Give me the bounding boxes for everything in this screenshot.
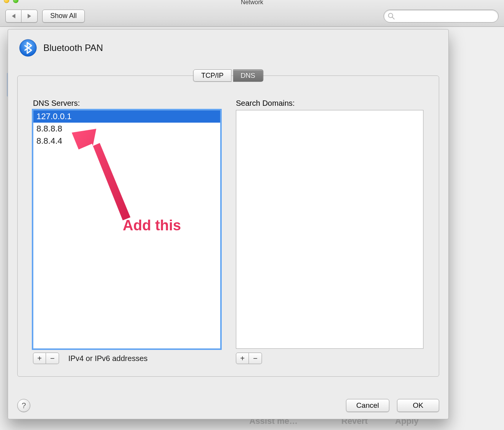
- dns-row[interactable]: 8.8.4.4: [33, 135, 220, 147]
- zoom-dot[interactable]: [13, 0, 18, 3]
- annotation-label: Add this: [123, 217, 181, 234]
- dns-plus-minus: + −: [33, 353, 59, 364]
- tab-bar: TCP/IP DNS: [193, 69, 264, 82]
- toolbar: Network Show All: [0, 0, 504, 27]
- traffic-lights: [4, 0, 18, 3]
- dns-add-button[interactable]: +: [33, 353, 46, 364]
- dns-row[interactable]: 8.8.8.8: [33, 123, 220, 135]
- search-icon: [388, 13, 395, 20]
- dns-servers-label: DNS Servers:: [33, 99, 221, 108]
- sheet-body: DNS Servers: 127.0.0.1 8.8.8.8 8.8.4.4 +…: [17, 75, 439, 377]
- chevron-right-icon: [28, 14, 31, 18]
- search-input[interactable]: [397, 12, 494, 20]
- advanced-sheet: Bluetooth PAN TCP/IP DNS DNS Servers: 12…: [8, 29, 449, 419]
- search-domains-label: Search Domains:: [236, 99, 423, 108]
- forward-button[interactable]: [21, 10, 38, 23]
- dns-hint: IPv4 or IPv6 addresses: [68, 354, 148, 363]
- nav-back-forward: [5, 10, 38, 23]
- search-domains-list[interactable]: [236, 110, 423, 349]
- search-domains-plus-minus: + −: [236, 353, 262, 364]
- sheet-footer: ? Cancel OK: [17, 399, 439, 412]
- show-all-button[interactable]: Show All: [42, 10, 85, 23]
- dns-row[interactable]: 127.0.0.1: [33, 110, 220, 123]
- tab-dns[interactable]: DNS: [233, 69, 263, 82]
- bluetooth-icon: [19, 39, 37, 57]
- search-field[interactable]: [384, 10, 499, 23]
- chevron-left-icon: [12, 14, 15, 18]
- dns-remove-button[interactable]: −: [46, 353, 59, 364]
- sheet-title: Bluetooth PAN: [43, 43, 103, 53]
- search-domains-column: Search Domains: + −: [236, 99, 423, 365]
- back-button[interactable]: [5, 10, 21, 23]
- cancel-button[interactable]: Cancel: [346, 399, 389, 412]
- help-button[interactable]: ?: [17, 399, 30, 412]
- tab-tcpip[interactable]: TCP/IP: [193, 69, 232, 82]
- minimize-dot[interactable]: [4, 0, 9, 3]
- search-domains-remove-button[interactable]: −: [249, 353, 262, 364]
- window-title: Network: [0, 0, 504, 5]
- ok-button[interactable]: OK: [397, 399, 439, 412]
- search-domains-add-button[interactable]: +: [236, 353, 249, 364]
- svg-line-1: [392, 17, 394, 19]
